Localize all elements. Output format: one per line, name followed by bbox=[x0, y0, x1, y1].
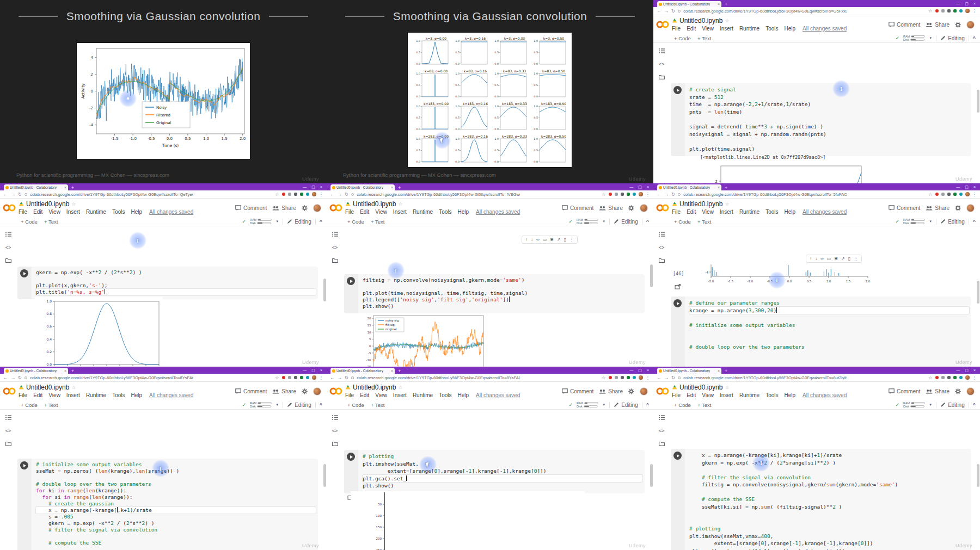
extension-icon-3[interactable] bbox=[627, 193, 630, 196]
browser-profile-avatar[interactable] bbox=[639, 192, 643, 196]
ram-disk-indicator[interactable]: RAMDisk bbox=[250, 402, 272, 408]
code-editor[interactable]: # create signalsrate = 512time = np.aran… bbox=[671, 83, 971, 156]
nav-forward-icon[interactable]: → bbox=[11, 192, 16, 197]
settings-button[interactable] bbox=[302, 205, 308, 211]
open-icon[interactable]: ↗ bbox=[841, 256, 845, 261]
window-minimize-button[interactable]: — bbox=[629, 368, 633, 372]
site-info-icon[interactable] bbox=[351, 193, 354, 196]
menu-view[interactable]: View bbox=[702, 26, 714, 32]
scrollbar-thumb[interactable] bbox=[323, 279, 326, 301]
site-info-icon[interactable] bbox=[24, 193, 27, 196]
window-maximize-button[interactable]: ▢ bbox=[638, 185, 642, 189]
window-minimize-button[interactable]: — bbox=[956, 2, 960, 5]
code-snippets-rail-button[interactable]: <> bbox=[659, 62, 665, 67]
extension-icon-0[interactable] bbox=[282, 193, 285, 196]
window-maximize-button[interactable]: ▢ bbox=[965, 368, 969, 372]
nav-reload-icon[interactable]: ↻ bbox=[671, 192, 675, 197]
extension-icon-2[interactable] bbox=[947, 9, 951, 13]
add-code-button[interactable]: + Code bbox=[674, 35, 691, 41]
extension-icon-1[interactable] bbox=[288, 376, 291, 379]
nav-forward-icon[interactable]: → bbox=[338, 375, 342, 380]
extension-icon-1[interactable] bbox=[288, 193, 291, 196]
menu-insert[interactable]: Insert bbox=[393, 209, 407, 215]
changes-saved-status[interactable]: All changes saved bbox=[149, 392, 193, 398]
menu-runtime[interactable]: Runtime bbox=[739, 26, 759, 32]
add-text-button[interactable]: + Text bbox=[371, 402, 384, 408]
menu-file[interactable]: File bbox=[19, 209, 27, 215]
comment-button[interactable]: Comment bbox=[889, 388, 920, 394]
more-icon[interactable]: ⋮ bbox=[854, 256, 858, 261]
url-text[interactable]: colab.research.google.com/drive/1Y9TGp-6… bbox=[357, 375, 520, 380]
files-rail-button[interactable] bbox=[5, 258, 11, 264]
ram-disk-indicator[interactable]: RAMDisk bbox=[903, 402, 925, 408]
collapse-header-icon[interactable]: ^ bbox=[973, 219, 976, 224]
nav-reload-icon[interactable]: ↻ bbox=[671, 9, 675, 14]
bookmark-star-icon[interactable]: ☆ bbox=[928, 9, 933, 14]
collapse-header-icon[interactable]: ^ bbox=[320, 402, 322, 407]
toc-rail-button[interactable] bbox=[659, 415, 665, 421]
link-icon[interactable]: ∞ bbox=[820, 256, 824, 261]
extension-icon-2[interactable] bbox=[947, 376, 951, 379]
code-snippets-rail-button[interactable]: <> bbox=[5, 245, 11, 250]
menu-file[interactable]: File bbox=[19, 392, 27, 398]
collapse-header-icon[interactable]: ^ bbox=[973, 35, 976, 41]
browser-tab[interactable]: Untitled0.ipynb - Colaboratory× bbox=[4, 184, 68, 190]
nav-back-icon[interactable]: ← bbox=[3, 192, 8, 197]
notebook-title[interactable]: Untitled0.ipynb bbox=[679, 17, 722, 24]
window-minimize-button[interactable]: — bbox=[303, 185, 307, 189]
more-icon[interactable]: ⋮ bbox=[569, 237, 574, 242]
changes-saved-status[interactable]: All changes saved bbox=[149, 209, 193, 215]
window-close-button[interactable]: × bbox=[320, 185, 322, 189]
code-editor[interactable]: x = np.arange(-krange[ki],krange[ki]+1)/… bbox=[671, 449, 971, 550]
user-avatar[interactable] bbox=[313, 204, 321, 212]
menu-help[interactable]: Help bbox=[131, 392, 142, 398]
comment-cell-icon[interactable]: ▭ bbox=[827, 256, 831, 261]
extension-icon-2[interactable] bbox=[294, 193, 297, 196]
menu-help[interactable]: Help bbox=[131, 209, 142, 215]
collapse-header-icon[interactable]: ^ bbox=[973, 402, 976, 407]
nav-back-icon[interactable]: ← bbox=[330, 375, 335, 380]
menu-tools[interactable]: Tools bbox=[439, 209, 451, 215]
window-maximize-button[interactable]: ▢ bbox=[965, 185, 969, 189]
extension-icon-3[interactable] bbox=[953, 193, 957, 196]
share-button[interactable]: Share bbox=[599, 205, 623, 211]
extension-icon-1[interactable] bbox=[615, 193, 618, 196]
menu-runtime[interactable]: Runtime bbox=[86, 209, 106, 215]
browser-tab[interactable]: Untitled0.ipynb - Colaboratory× bbox=[4, 368, 68, 374]
delete-cell-icon[interactable]: ▯ bbox=[564, 237, 566, 242]
browser-tab[interactable]: Untitled0.ipynb - Colaboratory× bbox=[657, 368, 721, 374]
code-cell[interactable]: x = np.arange(-krange[ki],krange[ki]+1)/… bbox=[671, 449, 971, 550]
extension-icon-4[interactable] bbox=[306, 193, 309, 196]
add-code-button[interactable]: + Code bbox=[21, 219, 38, 225]
collapse-header-icon[interactable]: ^ bbox=[646, 219, 649, 224]
code-cell[interactable]: # create signalsrate = 512time = np.aran… bbox=[671, 83, 971, 156]
cell-settings-icon[interactable]: ✱ bbox=[550, 237, 554, 242]
extension-icon-3[interactable] bbox=[627, 376, 630, 379]
extension-icon-0[interactable] bbox=[282, 376, 285, 379]
dropdown-arrow-icon[interactable]: ▼ bbox=[275, 403, 279, 406]
scrollbar-thumb[interactable] bbox=[977, 90, 979, 113]
menu-help[interactable]: Help bbox=[457, 392, 469, 398]
nav-reload-icon[interactable]: ↻ bbox=[18, 375, 22, 380]
window-minimize-button[interactable]: — bbox=[629, 185, 633, 189]
dropdown-arrow-icon[interactable]: ▼ bbox=[929, 403, 932, 406]
extension-icon-1[interactable] bbox=[615, 376, 618, 379]
browser-profile-avatar[interactable] bbox=[965, 375, 970, 380]
menu-help[interactable]: Help bbox=[784, 392, 795, 398]
menu-edit[interactable]: Edit bbox=[33, 392, 42, 398]
menu-insert[interactable]: Insert bbox=[66, 392, 80, 398]
files-rail-button[interactable] bbox=[332, 258, 338, 264]
extension-icon-4[interactable] bbox=[959, 9, 963, 13]
nav-forward-icon[interactable]: → bbox=[664, 9, 669, 14]
menu-tools[interactable]: Tools bbox=[765, 209, 778, 215]
add-text-button[interactable]: + Text bbox=[697, 35, 711, 41]
settings-button[interactable] bbox=[955, 388, 961, 394]
menu-view[interactable]: View bbox=[48, 392, 60, 398]
extension-icon-3[interactable] bbox=[953, 376, 957, 379]
nav-back-icon[interactable]: ← bbox=[657, 9, 661, 14]
nav-back-icon[interactable]: ← bbox=[330, 192, 335, 197]
menu-tools[interactable]: Tools bbox=[765, 392, 778, 398]
code-snippets-rail-button[interactable]: <> bbox=[332, 429, 338, 434]
files-rail-button[interactable] bbox=[5, 441, 11, 447]
settings-button[interactable] bbox=[302, 388, 308, 394]
